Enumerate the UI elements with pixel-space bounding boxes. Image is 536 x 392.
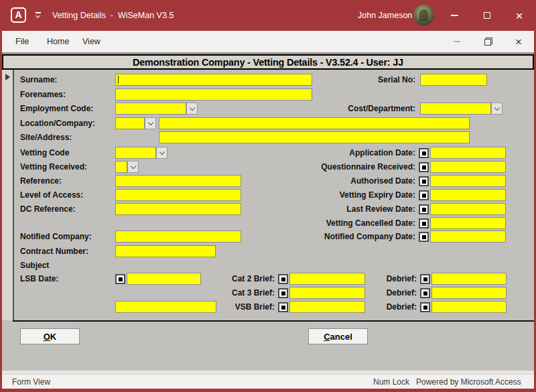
dc-reference-input[interactable] — [115, 203, 241, 215]
location-company-input[interactable] — [159, 117, 470, 129]
location-code-input[interactable] — [115, 117, 145, 129]
window-border-left — [0, 0, 2, 392]
statusbar: Form View Num Lock Powered by Microsoft … — [2, 374, 534, 389]
window-border-bottom — [0, 389, 536, 392]
cat3-debrief-input[interactable] — [431, 287, 507, 299]
vetting-cancelled-date-picker-button[interactable] — [419, 218, 429, 228]
lsb-date-input[interactable] — [127, 273, 201, 285]
lsb-date-label: LSB Date: — [20, 273, 58, 285]
vetting-code-input[interactable] — [115, 147, 156, 159]
minimize-button[interactable] — [441, 0, 468, 31]
debrief-label-vsb: Debrief: — [364, 301, 417, 313]
location-dropdown-button[interactable] — [145, 117, 156, 129]
chevron-down-icon — [147, 119, 153, 125]
cat3-debrief-picker-button[interactable] — [420, 288, 430, 298]
level-of-access-input[interactable] — [115, 189, 241, 201]
document-restore-button[interactable] — [477, 31, 500, 52]
black-square-icon — [422, 194, 426, 198]
contract-number-label: Contract Number: — [20, 245, 88, 257]
cost-department-dropdown-button[interactable] — [491, 103, 503, 115]
notified-company-date-input[interactable] — [430, 231, 506, 243]
cat3-brief-picker-button[interactable] — [278, 288, 288, 298]
surname-input[interactable] — [115, 74, 312, 86]
vetting-expiry-date-label: Vetting Expiry Date: — [281, 189, 415, 201]
employment-code-input[interactable] — [115, 103, 186, 115]
window-title: Vetting Details - WiSeMan V3.5 — [52, 0, 174, 31]
notified-company-input[interactable] — [115, 231, 241, 243]
vetting-expiry-date-picker-button[interactable] — [419, 190, 429, 200]
chevron-down-icon — [494, 105, 499, 110]
last-review-date-input[interactable] — [430, 203, 506, 215]
subject-label: Subject — [20, 259, 49, 271]
maximize-button[interactable] — [474, 0, 500, 31]
cat3-brief-input[interactable] — [289, 287, 365, 299]
menubar: File Home View — [0, 31, 536, 52]
titlebar: Vetting Details - WiSeMan V3.5 John Jame… — [0, 0, 536, 31]
forenames-label: Forenames: — [20, 88, 66, 101]
questionnaire-received-input[interactable] — [430, 161, 506, 173]
vsb-brief-input[interactable] — [289, 301, 365, 313]
cost-department-input[interactable] — [420, 103, 491, 115]
notified-company-date-picker-button[interactable] — [419, 232, 429, 242]
menu-home[interactable]: Home — [47, 31, 69, 52]
forenames-input[interactable] — [115, 88, 312, 101]
record-selector-divider — [13, 70, 14, 320]
vetting-received-input[interactable] — [115, 161, 127, 173]
vetting-cancelled-date-label: Vetting Cancelled Date: — [281, 217, 415, 229]
num-lock-status: Num Lock — [373, 375, 409, 389]
vetting-cancelled-date-input[interactable] — [430, 217, 506, 229]
quick-access-toolbar-chevron-icon[interactable] — [35, 12, 42, 18]
vetting-code-dropdown-button[interactable] — [156, 147, 168, 159]
application-date-input[interactable] — [430, 147, 506, 159]
vetting-received-dropdown-button[interactable] — [127, 161, 139, 173]
cat2-debrief-input[interactable] — [431, 273, 507, 285]
cat2-debrief-picker-button[interactable] — [420, 274, 430, 284]
employment-code-label: Employment Code: — [20, 103, 93, 115]
employment-code-dropdown-button[interactable] — [186, 103, 198, 115]
cost-department-label: Cost/Department: — [281, 103, 415, 115]
cat2-brief-picker-button[interactable] — [278, 274, 288, 284]
black-square-icon — [423, 291, 427, 296]
signed-in-user[interactable]: John Jameson — [358, 0, 412, 31]
site-address-label: Site/Address: — [20, 131, 72, 143]
application-date-picker-button[interactable] — [419, 148, 429, 158]
lsb-date-picker-button[interactable] — [115, 274, 125, 284]
vsb-debrief-picker-button[interactable] — [420, 302, 430, 312]
contract-number-input[interactable] — [115, 245, 216, 257]
site-address-input[interactable] — [159, 131, 470, 143]
questionnaire-received-picker-button[interactable] — [419, 162, 429, 172]
menu-file[interactable]: File — [15, 31, 29, 52]
last-review-date-picker-button[interactable] — [419, 204, 429, 214]
close-button[interactable] — [506, 0, 533, 31]
form-footer-divider — [13, 320, 534, 322]
chevron-down-icon — [159, 149, 164, 154]
document-minimize-button[interactable] — [446, 31, 468, 52]
cat2-brief-label: Cat 2 Brief: — [214, 273, 275, 285]
access-app-icon[interactable] — [11, 7, 26, 23]
serial-no-input[interactable] — [420, 74, 487, 86]
ok-button[interactable]: OK — [20, 328, 80, 344]
dc-reference-label: DC Reference: — [20, 203, 76, 215]
document-close-button[interactable] — [507, 31, 530, 52]
chevron-down-icon — [36, 13, 40, 18]
reference-input[interactable] — [115, 175, 241, 187]
authorised-date-input[interactable] — [430, 175, 506, 187]
user-avatar[interactable] — [413, 5, 434, 25]
cancel-button[interactable]: Cancel — [308, 328, 368, 344]
notified-company-date-label: Notified Company Date: — [281, 231, 415, 243]
close-icon — [515, 36, 522, 48]
record-selector[interactable] — [2, 70, 13, 320]
menu-view[interactable]: View — [82, 31, 100, 52]
black-square-icon — [422, 235, 426, 239]
black-square-icon — [423, 277, 427, 281]
subject-extra-input[interactable] — [115, 301, 216, 313]
surname-label: Surname: — [20, 74, 57, 86]
authorised-date-picker-button[interactable] — [419, 176, 429, 186]
vetting-received-label: Vetting Received: — [20, 161, 87, 173]
black-square-icon — [422, 208, 426, 212]
vetting-expiry-date-input[interactable] — [430, 189, 506, 201]
restore-icon — [484, 38, 492, 46]
vsb-brief-picker-button[interactable] — [278, 302, 288, 312]
vsb-debrief-input[interactable] — [431, 301, 507, 313]
cat2-brief-input[interactable] — [289, 273, 365, 285]
